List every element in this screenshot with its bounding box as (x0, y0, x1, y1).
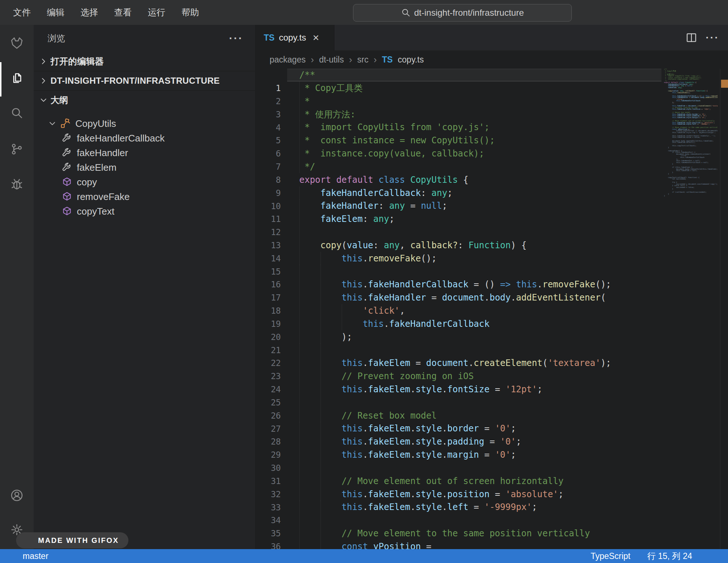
git-branch-icon (10, 551, 19, 561)
code-line[interactable]: 32 // Move element out of screen horizon… (255, 475, 728, 488)
code-line[interactable]: 8 */ (255, 160, 728, 173)
sidebar-section-1[interactable]: DT-INSIGHT-FRONT/INFRASTRUCTURE (34, 71, 255, 90)
code-line[interactable]: 3 * (255, 95, 728, 108)
outline-label: fakeElem (77, 162, 116, 173)
code-line[interactable]: 30 this.fakeElem.style.margin = '0'; (255, 448, 728, 461)
breadcrumb-item[interactable]: packages (270, 55, 305, 65)
activity-debug[interactable] (0, 172, 34, 196)
code-line[interactable]: 35 (255, 514, 728, 527)
menu-item-2[interactable]: 选择 (72, 0, 106, 25)
split-editor-icon[interactable] (685, 31, 698, 44)
code-line[interactable]: 37 const yPosition = (255, 540, 728, 549)
code-line[interactable]: 16 (255, 265, 728, 278)
section-label: 大纲 (50, 94, 68, 106)
code-line[interactable]: 23 this.fakeElem = document.createElemen… (255, 356, 728, 370)
code-line[interactable]: 4 * 使用方法: (255, 108, 728, 121)
code-line[interactable]: 10 fakeHandlerCallback: any; (255, 186, 728, 200)
bell-icon[interactable] (709, 551, 719, 561)
outline-item-removeFake[interactable]: removeFake (34, 189, 255, 204)
vscode-window: 文件编辑选择查看运行帮助 dt-insight-front/infrastruc… (0, 0, 728, 563)
activity-files[interactable] (0, 67, 34, 91)
title-bar: 文件编辑选择查看运行帮助 dt-insight-front/infrastruc… (0, 0, 728, 25)
code-editor[interactable]: /** * Copy工具类 * * 使用方法: * import CopyUti… (255, 69, 728, 549)
search-text: dt-insight-front/infrastructure (414, 8, 524, 18)
activity-search[interactable] (0, 101, 34, 125)
outline-item-CopyUtils[interactable]: CopyUtils (34, 116, 255, 131)
outline-item-fakeHandlerCallback[interactable]: fakeHandlerCallback (34, 131, 255, 146)
code-line[interactable]: 13 (255, 226, 728, 239)
code-line[interactable]: 27 // Reset box model (255, 409, 728, 422)
section-label: DT-INSIGHT-FRONT/INFRASTRUCTURE (50, 76, 220, 86)
code-line[interactable]: 2 * Copy工具类 (255, 82, 728, 95)
editor-group: TS copy.ts × ··· packages›dt-utils›src›T… (255, 25, 728, 549)
outline-label: CopyUtils (75, 118, 116, 129)
sidebar-sections: 打开的编辑器 DT-INSIGHT-FRONT/INFRASTRUCTURE 大… (34, 52, 255, 110)
outline-item-fakeHandler[interactable]: fakeHandler (34, 146, 255, 160)
tab-copy-ts[interactable]: TS copy.ts × (255, 25, 334, 50)
menu-item-3[interactable]: 查看 (106, 0, 140, 25)
code-line[interactable]: 6 * const instance = new CopyUtils(); (255, 134, 728, 147)
code-line[interactable]: 12 fakeElem: any; (255, 212, 728, 226)
close-tab-icon[interactable]: × (313, 32, 319, 43)
activity-account[interactable] (0, 483, 34, 507)
menu-item-4[interactable]: 运行 (140, 0, 173, 25)
code-line[interactable]: 24 // Prevent zooming on iOS (255, 370, 728, 383)
breadcrumb-item[interactable]: src (357, 55, 369, 65)
outline-label: copy (77, 177, 97, 188)
code-line[interactable]: 11 fakeHandler: any = null; (255, 199, 728, 212)
menu-item-5[interactable]: 帮助 (173, 0, 207, 25)
code-line[interactable]: 18 this.fakeHandler = document.body.addE… (255, 291, 728, 304)
branch-name[interactable]: master (23, 551, 48, 561)
code-line[interactable]: 9 export default class CopyUtils { (255, 173, 728, 186)
code-line[interactable]: 22 (255, 343, 728, 356)
code-line[interactable]: 14 copy(value: any, callback?: Function)… (255, 239, 728, 252)
code-line[interactable]: 19 'click', (255, 304, 728, 317)
code-line[interactable]: 29 this.fakeElem.style.padding = '0'; (255, 435, 728, 448)
outline-label: fakeHandler (77, 147, 128, 159)
command-center-search[interactable]: dt-insight-front/infrastructure (353, 4, 572, 22)
activity-source-control[interactable] (0, 137, 34, 161)
code-line[interactable]: 20 this.fakeHandlerCallback (255, 317, 728, 330)
breadcrumb-separator: › (349, 54, 352, 65)
code-line[interactable]: 15 this.removeFake(); (255, 252, 728, 265)
section-label: 打开的编辑器 (50, 56, 104, 67)
outline-label: fakeHandlerCallback (77, 133, 165, 144)
tab-bar: TS copy.ts × ··· (255, 25, 728, 50)
outline-item-copy[interactable]: copy (34, 175, 255, 189)
more-actions-icon[interactable]: ··· (229, 25, 243, 52)
cursor-position[interactable]: 行 15, 列 24 (647, 551, 692, 562)
code-line[interactable]: 1 /** (255, 69, 728, 82)
code-line[interactable]: 31 (255, 461, 728, 475)
outline-item-copyText[interactable]: copyText (34, 204, 255, 219)
gifox-badge-text: MADE WITH GIFOX (38, 536, 119, 545)
language-mode[interactable]: TypeScript (591, 551, 631, 561)
code-line[interactable]: 21 ); (255, 330, 728, 344)
menu-item-1[interactable]: 编辑 (39, 0, 72, 25)
menu-bar: 文件编辑选择查看运行帮助 (5, 0, 207, 25)
outline-item-fakeElem[interactable]: fakeElem (34, 160, 255, 175)
breadcrumb-item[interactable]: copy.ts (398, 55, 424, 65)
breadcrumb-separator: › (374, 54, 377, 65)
breadcrumb-item[interactable]: dt-utils (319, 55, 344, 65)
code-line[interactable]: 7 * instance.copy(value, callback); (255, 147, 728, 160)
account-icon (10, 488, 24, 502)
code-line[interactable]: 17 this.fakeHandlerCallback = () => this… (255, 278, 728, 291)
typescript-file-icon: TS (264, 33, 274, 43)
code-line[interactable]: 34 this.fakeElem.style.left = '-9999px'; (255, 500, 728, 514)
search-icon (401, 8, 410, 18)
chevron-right-icon (39, 57, 48, 66)
code-line[interactable]: 33 this.fakeElem.style.position = 'absol… (255, 488, 728, 501)
typescript-file-icon: TS (382, 55, 393, 65)
sidebar-section-0[interactable]: 打开的编辑器 (34, 52, 255, 71)
sidebar-section-2[interactable]: 大纲 (34, 90, 255, 110)
code-line[interactable]: 26 (255, 396, 728, 409)
code-line[interactable]: 36 // Move element to the same position … (255, 527, 728, 540)
menu-item-0[interactable]: 文件 (5, 0, 39, 25)
code-line[interactable]: 25 this.fakeElem.style.fontSize = '12pt'… (255, 383, 728, 396)
code-line[interactable]: 5 * import CopyUtils from 'copy.js'; (255, 121, 728, 134)
activity-gitlab[interactable] (0, 31, 34, 56)
code-line[interactable]: 28 this.fakeElem.style.border = '0'; (255, 422, 728, 435)
editor-more-actions-icon[interactable]: ··· (706, 32, 719, 44)
sidebar-explorer: 浏览 ··· 打开的编辑器 DT-INSIGHT-FRONT/INFRASTRU… (34, 25, 255, 549)
breadcrumb: packages›dt-utils›src›TS copy.ts (255, 50, 728, 69)
